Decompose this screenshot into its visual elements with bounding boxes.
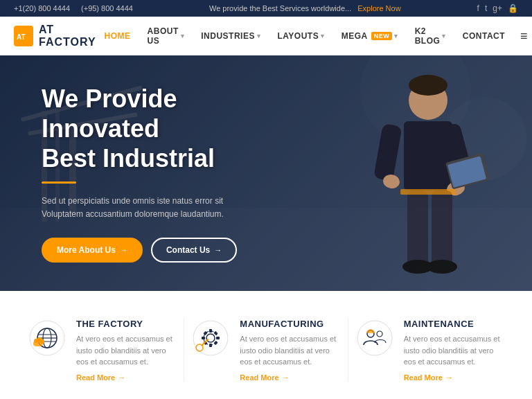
service-maintenance-title: MAINTENANCE xyxy=(404,319,504,329)
svg-text:AT: AT xyxy=(17,33,26,41)
social-links[interactable]: f t g+ 🔒 xyxy=(477,3,518,13)
chevron-down-icon: ▾ xyxy=(181,33,185,39)
service-maintenance-body: MAINTENANCE At vero eos et accusamus et … xyxy=(404,319,504,382)
service-manufacturing-desc: At vero eos et accusamus et iusto odio b… xyxy=(240,333,340,368)
svg-rect-21 xyxy=(432,190,452,267)
hero-description: Sed ut perspiciatis unde omnis iste natu… xyxy=(42,195,263,221)
maintenance-icon xyxy=(355,319,394,357)
service-maintenance-desc: At vero eos et accusamus et iusto odio b… xyxy=(404,333,504,368)
logo-icon: AT xyxy=(14,26,33,46)
svg-point-34 xyxy=(40,339,44,344)
svg-rect-20 xyxy=(407,190,428,267)
lock-icon[interactable]: 🔒 xyxy=(508,3,518,13)
svg-rect-43 xyxy=(214,341,218,345)
more-about-us-button[interactable]: More About Us → xyxy=(42,238,143,263)
header: AT AT FACTORY HOME ABOUT US ▾ INDUSTRIES… xyxy=(0,17,532,55)
facebook-icon[interactable]: f xyxy=(477,3,479,13)
arrow-icon: → xyxy=(445,373,453,382)
explore-link[interactable]: Explore Now xyxy=(357,4,400,12)
service-factory-body: THE FACTORY At vero eos et accusamus et … xyxy=(76,319,177,382)
service-factory: THE FACTORY At vero eos et accusamus et … xyxy=(28,319,177,382)
hero-buttons: More About Us → Contact Us → xyxy=(42,238,291,263)
googleplus-icon[interactable]: g+ xyxy=(493,3,502,13)
services-section: THE FACTORY At vero eos et accusamus et … xyxy=(0,291,532,399)
chevron-down-icon: ▾ xyxy=(321,33,325,39)
service-manufacturing: MANUFACTURING At vero eos et accusamus e… xyxy=(191,319,340,382)
arrow-icon: → xyxy=(118,373,125,382)
service-maintenance-link[interactable]: Read More → xyxy=(404,373,504,382)
svg-rect-41 xyxy=(216,337,220,339)
service-factory-title: THE FACTORY xyxy=(76,319,177,329)
arrow-icon: → xyxy=(214,246,222,254)
nav-industries[interactable]: INDUSTRIES ▾ xyxy=(194,27,267,45)
svg-rect-24 xyxy=(400,189,456,195)
service-manufacturing-body: MANUFACTURING At vero eos et accusamus e… xyxy=(240,319,340,382)
service-maintenance: MAINTENANCE At vero eos et accusamus et … xyxy=(355,319,504,382)
new-badge: NEW xyxy=(371,32,393,40)
logo-text: AT FACTORY xyxy=(39,24,98,48)
hero-underline xyxy=(42,181,76,184)
nav-mega[interactable]: MEGA NEW ▾ xyxy=(335,27,405,45)
svg-rect-40 xyxy=(202,337,205,339)
svg-rect-45 xyxy=(214,331,218,335)
arrow-icon: → xyxy=(120,246,127,254)
hero-section: We Provide Innovated Best Industrial Sed… xyxy=(0,55,532,291)
nav-layouts[interactable]: LAYOUTS ▾ xyxy=(270,27,331,45)
twitter-icon[interactable]: t xyxy=(485,3,487,13)
service-manufacturing-link[interactable]: Read More → xyxy=(240,373,340,382)
svg-point-50 xyxy=(377,331,382,337)
top-bar-tagline: We provide the Best Services worldwide..… xyxy=(209,4,401,12)
contact-us-button[interactable]: Contact Us → xyxy=(151,238,237,263)
hamburger-menu[interactable]: ≡ xyxy=(520,29,528,44)
service-factory-desc: At vero eos et accusamus et iusto odio b… xyxy=(76,333,177,368)
arrow-icon: → xyxy=(282,373,290,382)
gear-icon xyxy=(191,319,230,357)
chevron-down-icon: ▾ xyxy=(442,33,446,39)
hero-content: We Provide Innovated Best Industrial Sed… xyxy=(0,56,332,291)
main-nav: HOME ABOUT US ▾ INDUSTRIES ▾ LAYOUTS ▾ M… xyxy=(98,22,528,50)
top-bar: +1(20) 800 4444 (+95) 800 4444 We provid… xyxy=(0,0,532,17)
service-divider-1 xyxy=(184,319,184,382)
chevron-down-icon: ▾ xyxy=(394,33,398,39)
nav-blog[interactable]: K2 BLOG ▾ xyxy=(408,22,453,50)
phone2: (+95) 800 4444 xyxy=(81,4,133,12)
logo[interactable]: AT AT FACTORY xyxy=(14,24,98,48)
svg-rect-39 xyxy=(209,344,212,347)
svg-line-47 xyxy=(202,339,209,346)
service-divider-2 xyxy=(348,319,348,382)
service-factory-link[interactable]: Read More → xyxy=(76,373,177,382)
svg-rect-38 xyxy=(209,329,212,332)
chevron-down-icon: ▾ xyxy=(257,33,261,39)
top-bar-contacts: +1(20) 800 4444 (+95) 800 4444 xyxy=(14,4,133,12)
svg-point-23 xyxy=(427,260,457,274)
nav-contact[interactable]: CONTACT xyxy=(456,27,512,45)
svg-point-48 xyxy=(357,321,392,355)
svg-point-36 xyxy=(206,334,215,342)
svg-point-12 xyxy=(409,75,447,96)
factory-icon xyxy=(28,319,66,357)
hero-title: We Provide Innovated Best Industrial xyxy=(42,84,291,174)
nav-about[interactable]: ABOUT US ▾ xyxy=(141,22,192,50)
svg-rect-51 xyxy=(366,332,375,333)
nav-home[interactable]: HOME xyxy=(98,27,138,45)
svg-rect-42 xyxy=(204,331,208,335)
phone1: +1(20) 800 4444 xyxy=(14,4,70,12)
svg-rect-14 xyxy=(373,123,402,181)
service-manufacturing-title: MANUFACTURING xyxy=(240,319,340,329)
svg-point-35 xyxy=(193,321,228,355)
